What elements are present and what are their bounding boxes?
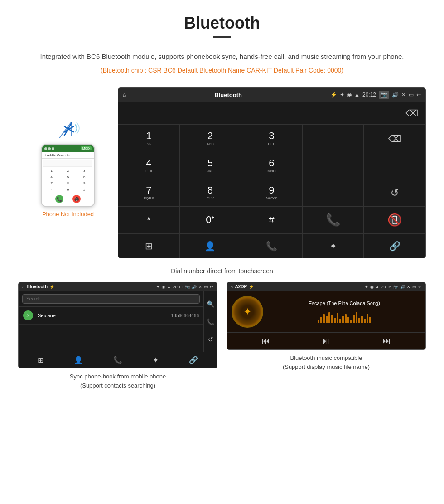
bluetooth-signal-icon bbox=[52, 115, 84, 144]
contacts-icon-btn[interactable]: 👤 bbox=[180, 234, 241, 258]
pb-refresh-side-icon[interactable]: ↺ bbox=[207, 336, 214, 343]
music-signal-icon: ▲ bbox=[376, 285, 380, 289]
dial-key-7[interactable]: 7 PQRS bbox=[118, 179, 180, 207]
pb-search-input[interactable] bbox=[22, 294, 200, 304]
pb-right-icons: 🔍 📞 ↺ bbox=[203, 291, 217, 352]
phone-call-red: 📵 bbox=[72, 195, 81, 203]
pb-phone-side-icon[interactable]: 📞 bbox=[207, 318, 214, 325]
dial-grid: 1 ⌂⌂ 2 ABC 3 DEF ⌫ 4 GHI 5 JKL bbox=[118, 125, 425, 234]
eq-bar-6 bbox=[331, 315, 333, 323]
pb-vol-icon: 🔊 bbox=[192, 285, 197, 289]
dial-display-area: ⌫ bbox=[118, 102, 425, 125]
dial-status-right: ⚡ ✦ ◉ ▲ 20:12 📷 🔊 ✕ ▭ ↩ bbox=[330, 91, 421, 99]
backspace-button[interactable]: ⌫ bbox=[405, 108, 418, 119]
phone-key-8: 8 bbox=[60, 180, 76, 186]
pb-back-icon: ↩ bbox=[210, 285, 213, 289]
link-icon-btn[interactable]: 🔗 bbox=[364, 234, 425, 258]
dial-status-left: ⌂ bbox=[123, 92, 126, 98]
phonebook-screenshot: ⌂ Bluetooth ⚡ ✦ ◉ ▲ 20:11 📷 🔊 ✕ ▭ ↩ bbox=[18, 282, 217, 368]
pb-bt-btn[interactable]: ✦ bbox=[153, 356, 159, 364]
phone-not-included-label: Phone Not Included bbox=[42, 211, 94, 218]
music-screenshot-block: ⌂ A2DP ⚡ ✦ ◉ ▲ 20:15 📷 🔊 ✕ ▭ ↩ bbox=[227, 282, 426, 392]
pb-person-btn[interactable]: 👤 bbox=[74, 356, 83, 364]
phone-keys: 1 2 3 4 5 6 7 8 9 * 0 # bbox=[43, 167, 92, 194]
eq-bar-8 bbox=[337, 313, 338, 323]
eq-bar-9 bbox=[339, 319, 341, 323]
eq-bar-1 bbox=[318, 320, 319, 323]
dial-key-1[interactable]: 1 ⌂⌂ bbox=[118, 125, 180, 152]
pb-bottom-bar: ⊞ 👤 📞 ✦ 🔗 bbox=[19, 352, 217, 368]
eq-bar-19 bbox=[367, 314, 368, 323]
dial-key-9[interactable]: 9 WXYZ bbox=[241, 179, 303, 207]
pb-loc-icon: ◉ bbox=[162, 285, 165, 289]
phone-key-7: 7 bbox=[43, 180, 59, 186]
pb-main-content: S Seicane 13566664466 bbox=[19, 291, 203, 352]
dial-refresh[interactable]: ↺ bbox=[364, 179, 425, 207]
specs-line: (Bluetooth chip : CSR BC6 Default Blueto… bbox=[0, 65, 444, 83]
eq-bar-20 bbox=[369, 317, 371, 323]
music-caption-text: Bluetooth music compatible(Support displ… bbox=[283, 354, 370, 370]
phone-key-4: 4 bbox=[43, 174, 59, 180]
dial-key-star[interactable]: * bbox=[118, 207, 180, 234]
back-icon: ↩ bbox=[416, 92, 421, 98]
dial-key-hash[interactable]: # bbox=[241, 207, 303, 234]
eq-bar-17 bbox=[361, 316, 363, 323]
pb-empty-space bbox=[19, 325, 203, 352]
phonebook-caption: Sync phone-book from mobile phone(Suppor… bbox=[18, 368, 217, 392]
music-time: 20:15 bbox=[381, 285, 391, 289]
bluetooth-icon-btn[interactable]: ✦ bbox=[303, 234, 364, 258]
pb-search-bar bbox=[19, 291, 203, 307]
location-icon: ◉ bbox=[347, 92, 352, 98]
dial-key-2[interactable]: 2 ABC bbox=[180, 125, 241, 152]
dial-key-5[interactable]: 5 JKL bbox=[180, 152, 241, 179]
dial-call-red[interactable]: 📵 bbox=[364, 207, 425, 234]
phonebook-screenshot-block: ⌂ Bluetooth ⚡ ✦ ◉ ▲ 20:11 📷 🔊 ✕ ▭ ↩ bbox=[18, 282, 217, 392]
pb-signal-icon: ▲ bbox=[167, 285, 171, 289]
pb-usb-icon: ⚡ bbox=[49, 285, 54, 289]
prev-track-btn[interactable]: ⏮ bbox=[262, 336, 270, 346]
dial-key-8[interactable]: 8 TUV bbox=[180, 179, 241, 207]
dial-key-0[interactable]: 0+ bbox=[180, 207, 241, 234]
home-icon: ⌂ bbox=[123, 92, 126, 98]
dial-call-green[interactable]: 📞 bbox=[303, 207, 364, 234]
phone-key-1: 1 bbox=[43, 168, 59, 174]
pb-win-icon: ▭ bbox=[204, 285, 208, 289]
phone-call-green: 📞 bbox=[55, 195, 63, 203]
next-track-btn[interactable]: ⏭ bbox=[382, 336, 391, 346]
phone-display bbox=[43, 160, 92, 167]
music-screenshot: ⌂ A2DP ⚡ ✦ ◉ ▲ 20:15 📷 🔊 ✕ ▭ ↩ bbox=[227, 282, 426, 350]
close-icon: ✕ bbox=[401, 92, 406, 98]
pb-link-btn[interactable]: 🔗 bbox=[189, 356, 198, 364]
eq-bar-13 bbox=[350, 320, 352, 323]
music-status-bar: ⌂ A2DP ⚡ ✦ ◉ ▲ 20:15 📷 🔊 ✕ ▭ ↩ bbox=[227, 282, 425, 291]
dial-screen: ⌂ Bluetooth ⚡ ✦ ◉ ▲ 20:12 📷 🔊 ✕ ▭ ↩ ⌫ bbox=[118, 87, 426, 258]
keypad-icon-btn[interactable]: ⊞ bbox=[118, 234, 180, 258]
dial-empty-1 bbox=[303, 125, 364, 152]
phone-add-contact: + Add to Contacts bbox=[42, 152, 94, 159]
pb-phone-btn[interactable]: 📞 bbox=[113, 356, 122, 364]
phone-key-3: 3 bbox=[77, 168, 92, 174]
bottom-screenshots: ⌂ Bluetooth ⚡ ✦ ◉ ▲ 20:11 📷 🔊 ✕ ▭ ↩ bbox=[0, 282, 444, 392]
title-divider bbox=[213, 36, 231, 38]
music-back-icon: ↩ bbox=[418, 285, 422, 289]
phone-key-hash: # bbox=[77, 187, 92, 193]
call-log-icon-btn[interactable]: 📞 bbox=[241, 234, 303, 258]
dial-title: Bluetooth bbox=[214, 92, 242, 98]
dial-key-4[interactable]: 4 GHI bbox=[118, 152, 180, 179]
dial-key-3[interactable]: 3 DEF bbox=[241, 125, 303, 152]
pb-grid-btn[interactable]: ⊞ bbox=[38, 356, 43, 364]
pb-title: Bluetooth bbox=[26, 284, 48, 289]
pb-search-side-icon[interactable]: 🔍 bbox=[207, 300, 214, 308]
music-x-icon: ✕ bbox=[407, 285, 410, 289]
play-pause-btn[interactable]: ⏯ bbox=[322, 336, 330, 346]
music-info: Escape (The Pina Colada Song) bbox=[268, 300, 421, 323]
phone-key-9: 9 bbox=[77, 180, 92, 186]
pb-contact-number: 13566664466 bbox=[171, 313, 199, 318]
dial-key-6[interactable]: 6 MNO bbox=[241, 152, 303, 179]
signal-icon: ▲ bbox=[354, 92, 360, 98]
pb-home-icon: ⌂ bbox=[22, 285, 24, 289]
pb-time: 20:11 bbox=[173, 285, 183, 289]
music-win-icon: ▭ bbox=[412, 285, 416, 289]
page-title: Bluetooth bbox=[0, 14, 444, 33]
phone-keypad: 1 2 3 4 5 6 7 8 9 * 0 # 📞 📵 bbox=[42, 159, 94, 206]
